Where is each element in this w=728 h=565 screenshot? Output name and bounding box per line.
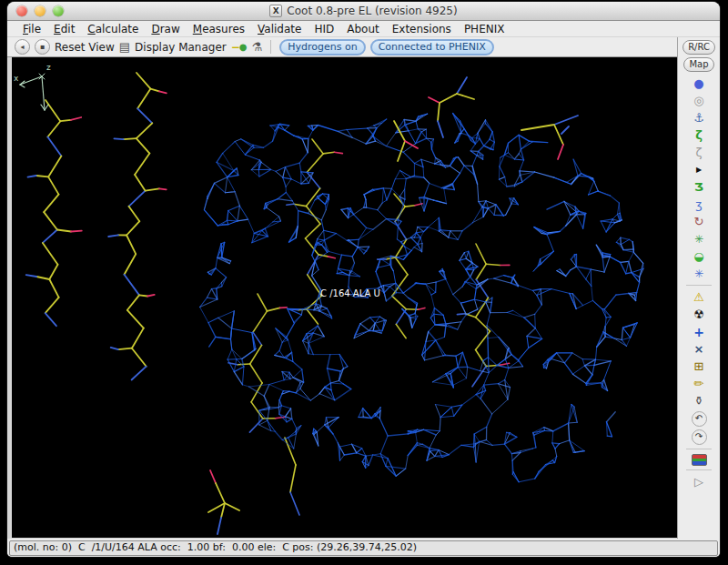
regularize-zone-icon[interactable]: ζ [690, 146, 708, 160]
right-toolbar-separator [686, 469, 712, 470]
flip-peptide-icon[interactable]: ◒ [690, 249, 708, 264]
menu-edit[interactable]: Edit [47, 23, 81, 35]
real-space-refine-icon[interactable]: ζ [690, 128, 708, 143]
target-icon[interactable]: ◎ [690, 94, 708, 108]
svg-text:C /164 ALA U: C /164 ALA U [320, 288, 380, 298]
undo-icon[interactable]: ↶ [692, 411, 707, 427]
x11-app-icon: X [269, 5, 282, 17]
nav-back-button[interactable]: ◂ [15, 39, 30, 55]
menu-about[interactable]: About [340, 23, 385, 35]
rigid-body-fit-icon[interactable]: Ʒ [690, 180, 708, 195]
main-toolbar: ◂ ▪ Reset View ▤ Display Manager − ● ⚗ H… [7, 37, 677, 57]
more-tools-icon[interactable]: ▷ [690, 475, 708, 489]
map-button[interactable]: Map [683, 57, 713, 72]
display-manager-button[interactable]: Display Manager [135, 41, 227, 54]
right-toolbar-separator [686, 449, 712, 449]
menu-file[interactable]: File [16, 23, 47, 35]
minimize-button[interactable] [35, 5, 46, 16]
menu-bar: File Edit Calculate Draw Measures Valida… [7, 21, 720, 37]
rrc-button[interactable]: R/RC [682, 40, 715, 55]
side-chain-flip-icon[interactable]: ✳ [690, 267, 708, 281]
menu-phenix[interactable]: PHENIX [458, 23, 511, 35]
menu-extensions[interactable]: Extensions [386, 23, 458, 35]
menu-measures[interactable]: Measures [187, 23, 251, 35]
coot-window: X Coot 0.8-pre EL (revision 4925) File E… [7, 2, 720, 557]
nav-stop-button[interactable]: ▪ [35, 39, 50, 55]
jligand-icon[interactable]: ⚠ [690, 290, 708, 305]
add-terminal-residue-icon[interactable]: + [690, 325, 708, 339]
close-button[interactable] [16, 5, 27, 16]
add-alt-conf-icon[interactable]: × [690, 342, 708, 357]
toolbar-expand-icon[interactable]: ▶ [690, 163, 708, 177]
menu-validate[interactable]: Validate [251, 23, 308, 35]
anchor-icon[interactable]: ⚓ [690, 111, 708, 126]
svg-text:x: x [14, 74, 19, 83]
window-controls [16, 5, 64, 16]
rotate-translate-icon[interactable]: ʒ [690, 197, 708, 212]
reset-view-button[interactable]: Reset View [55, 41, 115, 54]
display-manager-icon: ▤ [119, 41, 130, 53]
toolbar-separator [270, 40, 271, 54]
rgb-molecule-icon[interactable] [692, 454, 707, 466]
status-bar: (mol. no: 0) C /1/U/164 ALA occ: 1.00 bf… [7, 539, 720, 557]
go-to-atom-ball: ● [239, 42, 248, 52]
menu-calculate[interactable]: Calculate [81, 23, 145, 35]
clear-pending-icon[interactable]: ✏ [690, 377, 708, 391]
right-toolbar-separator [686, 285, 712, 286]
mutate-icon[interactable]: ☢ [690, 308, 708, 322]
go-to-atom-icon[interactable]: − ● [231, 41, 248, 54]
cycle-rotamers-icon[interactable]: ↻ [690, 215, 708, 229]
auto-fit-rotamer-icon[interactable]: ✳ [690, 232, 708, 247]
hydrogens-toggle-button[interactable]: Hydrogens on [279, 39, 365, 55]
place-atom-icon[interactable]: ⊞ [690, 359, 708, 374]
menu-draw[interactable]: Draw [145, 23, 186, 35]
redo-icon[interactable]: ↷ [692, 429, 707, 445]
title-bar[interactable]: X Coot 0.8-pre EL (revision 4925) [7, 2, 720, 21]
phenix-connection-button[interactable]: Connected to PHENIX [370, 39, 494, 55]
zoom-button[interactable] [53, 5, 64, 16]
delete-item-icon[interactable]: ⚱ [690, 394, 708, 409]
canvas-frame: xzC /164 ALA U [7, 57, 677, 539]
recentre-sphere-icon[interactable]: ● [690, 76, 708, 91]
right-toolbar: R/RC Map ● ◎ ⚓ ζ ζ ▶ Ʒ ʒ ↻ ✳ ◒ ✳ ⚠ ☢ + ×… [677, 37, 720, 539]
window-title-area: X Coot 0.8-pre EL (revision 4925) [7, 2, 720, 20]
flask-icon[interactable]: ⚗ [252, 41, 263, 53]
menu-hid[interactable]: HID [308, 23, 340, 35]
gl-canvas[interactable]: xzC /164 ALA U [12, 57, 677, 538]
window-title: Coot 0.8-pre EL (revision 4925) [287, 5, 457, 17]
svg-text:z: z [46, 63, 51, 72]
status-text: (mol. no: 0) C /1/U/164 ALA occ: 1.00 bf… [9, 540, 718, 556]
